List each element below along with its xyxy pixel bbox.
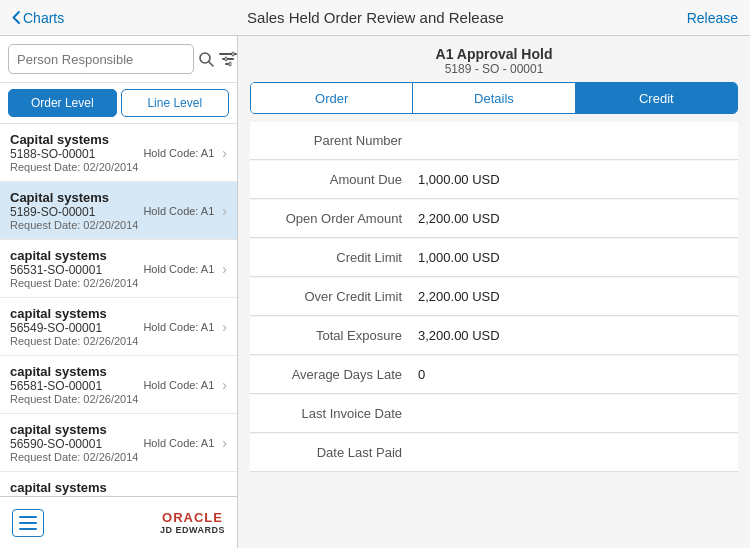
tab-order-level[interactable]: Order Level — [8, 89, 117, 117]
page-title: Sales Held Order Review and Release — [247, 9, 504, 26]
menu-button[interactable] — [12, 509, 44, 537]
left-footer: ORACLE JD EDWARDS — [0, 496, 237, 548]
list-item-date: Request Date: 02/20/2014 — [10, 219, 143, 231]
detail-row: Open Order Amount 2,200.00 USD — [250, 200, 738, 238]
hold-title: A1 Approval Hold — [254, 46, 734, 62]
list-item-right: Hold Code: A1 › — [143, 319, 227, 335]
tab-line-level[interactable]: Line Level — [121, 89, 230, 117]
right-tab-credit[interactable]: Credit — [576, 83, 737, 113]
list-item-hold: Hold Code: A1 — [143, 379, 214, 391]
right-tab-details[interactable]: Details — [413, 83, 574, 113]
chevron-right-icon: › — [222, 261, 227, 277]
list-item-date: Request Date: 02/26/2014 — [10, 335, 143, 347]
right-tab-order[interactable]: Order — [251, 83, 412, 113]
list-item-hold: Hold Code: A1 — [143, 263, 214, 275]
chevron-right-icon: › — [222, 435, 227, 451]
list-item[interactable]: capital systems 56821-SO-00001 Request D… — [0, 472, 237, 496]
detail-row: Total Exposure 3,200.00 USD — [250, 317, 738, 355]
order-list: Capital systems 5188-SO-00001 Request Da… — [0, 124, 237, 496]
detail-label: Date Last Paid — [258, 445, 418, 460]
list-item-content: capital systems 56549-SO-00001 Request D… — [10, 306, 143, 347]
list-item-order: 5188-SO-00001 — [10, 147, 143, 161]
detail-row: Amount Due 1,000.00 USD — [250, 161, 738, 199]
list-item[interactable]: capital systems 56590-SO-00001 Request D… — [0, 414, 237, 472]
svg-rect-5 — [232, 52, 234, 56]
detail-value: 3,200.00 USD — [418, 328, 500, 343]
svg-rect-7 — [229, 62, 231, 66]
list-item-date: Request Date: 02/20/2014 — [10, 161, 143, 173]
list-item-company: capital systems — [10, 248, 143, 263]
list-item-content: capital systems 56531-SO-00001 Request D… — [10, 248, 143, 289]
detail-label: Parent Number — [258, 133, 418, 148]
detail-label: Amount Due — [258, 172, 418, 187]
list-item-date: Request Date: 02/26/2014 — [10, 277, 143, 289]
main-layout: Order Level Line Level Capital systems 5… — [0, 36, 750, 548]
detail-row: Parent Number — [250, 122, 738, 160]
level-tabs: Order Level Line Level — [0, 83, 237, 124]
list-item[interactable]: capital systems 56549-SO-00001 Request D… — [0, 298, 237, 356]
right-header: A1 Approval Hold 5189 - SO - 00001 — [238, 36, 750, 82]
search-icon[interactable] — [198, 45, 214, 73]
chevron-right-icon: › — [222, 377, 227, 393]
svg-rect-9 — [19, 522, 37, 524]
list-item-right: Hold Code: A1 › — [143, 377, 227, 393]
list-item-company: capital systems — [10, 422, 143, 437]
detail-row: Last Invoice Date — [250, 395, 738, 433]
detail-label: Average Days Late — [258, 367, 418, 382]
detail-row: Over Credit Limit 2,200.00 USD — [250, 278, 738, 316]
list-item[interactable]: capital systems 56581-SO-00001 Request D… — [0, 356, 237, 414]
svg-rect-8 — [19, 516, 37, 518]
detail-value: 2,200.00 USD — [418, 211, 500, 226]
release-button[interactable]: Release — [687, 10, 738, 26]
chevron-right-icon: › — [222, 319, 227, 335]
list-item[interactable]: Capital systems 5189-SO-00001 Request Da… — [0, 182, 237, 240]
list-item-hold: Hold Code: A1 — [143, 437, 214, 449]
list-item-date: Request Date: 02/26/2014 — [10, 393, 143, 405]
oracle-logo: ORACLE JD EDWARDS — [160, 510, 225, 535]
detail-label: Over Credit Limit — [258, 289, 418, 304]
list-item[interactable]: Capital systems 5188-SO-00001 Request Da… — [0, 124, 237, 182]
list-item-content: capital systems 56821-SO-00001 Request D… — [10, 480, 143, 496]
detail-label: Open Order Amount — [258, 211, 418, 226]
detail-table: Parent Number Amount Due 1,000.00 USD Op… — [238, 122, 750, 548]
detail-value: 2,200.00 USD — [418, 289, 500, 304]
list-item-order: 56549-SO-00001 — [10, 321, 143, 335]
detail-value: 0 — [418, 367, 425, 382]
back-label: Charts — [23, 10, 64, 26]
filter-icon[interactable] — [218, 45, 238, 73]
oracle-text: ORACLE — [162, 510, 223, 525]
detail-value: 1,000.00 USD — [418, 172, 500, 187]
chevron-right-icon: › — [222, 145, 227, 161]
list-item-hold: Hold Code: A1 — [143, 205, 214, 217]
detail-row: Credit Limit 1,000.00 USD — [250, 239, 738, 277]
detail-row: Date Last Paid — [250, 434, 738, 472]
svg-line-1 — [209, 62, 213, 66]
list-item-content: Capital systems 5189-SO-00001 Request Da… — [10, 190, 143, 231]
detail-label: Credit Limit — [258, 250, 418, 265]
list-item-company: capital systems — [10, 306, 143, 321]
list-item-content: capital systems 56581-SO-00001 Request D… — [10, 364, 143, 405]
svg-rect-10 — [19, 528, 37, 530]
detail-label: Total Exposure — [258, 328, 418, 343]
list-item-right: Hold Code: A1 › — [143, 435, 227, 451]
list-item-order: 56581-SO-00001 — [10, 379, 143, 393]
list-item-right: Hold Code: A1 › — [143, 203, 227, 219]
search-input[interactable] — [8, 44, 194, 74]
back-button[interactable]: Charts — [12, 10, 64, 26]
list-item-order: 56531-SO-00001 — [10, 263, 143, 277]
list-item-company: capital systems — [10, 364, 143, 379]
list-item[interactable]: capital systems 56531-SO-00001 Request D… — [0, 240, 237, 298]
detail-label: Last Invoice Date — [258, 406, 418, 421]
list-item-company: Capital systems — [10, 132, 143, 147]
list-item-company: capital systems — [10, 480, 143, 495]
detail-row: Average Days Late 0 — [250, 356, 738, 394]
list-item-hold: Hold Code: A1 — [143, 147, 214, 159]
list-item-order: 56590-SO-00001 — [10, 437, 143, 451]
left-panel: Order Level Line Level Capital systems 5… — [0, 36, 238, 548]
list-item-hold: Hold Code: A1 — [143, 321, 214, 333]
list-item-order: 5189-SO-00001 — [10, 205, 143, 219]
chevron-right-icon: › — [222, 203, 227, 219]
list-item-right: Hold Code: A1 › — [143, 261, 227, 277]
list-item-content: Capital systems 5188-SO-00001 Request Da… — [10, 132, 143, 173]
list-item-right: Hold Code: A1 › — [143, 145, 227, 161]
